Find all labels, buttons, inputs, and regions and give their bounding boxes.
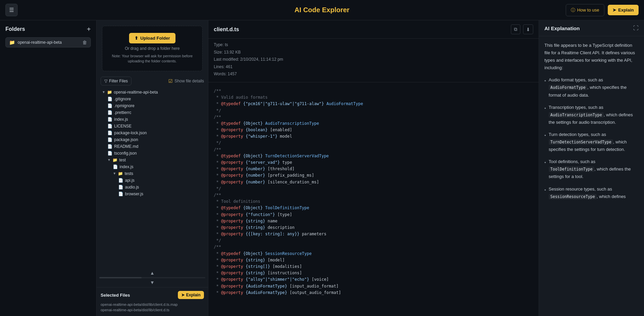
tree-item[interactable]: 📄index.js bbox=[99, 163, 205, 170]
selected-files-title: Selected Files bbox=[101, 293, 130, 298]
tree-item[interactable]: 📄browser.js bbox=[99, 191, 205, 197]
sidebar-header: Folders + bbox=[5, 26, 91, 33]
folder-name: openai-realtime-api-beta bbox=[18, 40, 62, 45]
show-details-toggle[interactable]: ☑ Show file details bbox=[168, 78, 204, 84]
selected-files-panel: Selected Files ➤ Explain openai-realtime… bbox=[97, 287, 208, 316]
copy-code-button[interactable]: ⧉ bbox=[511, 24, 520, 34]
tree-item-name: package.json bbox=[114, 137, 138, 142]
file-tree-icon: 📄 bbox=[113, 164, 118, 169]
tree-item[interactable]: 📄.npmignore bbox=[99, 102, 205, 109]
tree-item[interactable]: 📄LICENSE bbox=[99, 123, 205, 130]
code-line: * @property {{[key: string]: any}} param… bbox=[214, 231, 533, 237]
ai-list-item: •Turn detection types, such as TurnDetec… bbox=[544, 131, 639, 153]
tree-item[interactable]: 📄.gitignore bbox=[99, 96, 205, 102]
upload-area: ⬆ Upload Folder Or drag and drop a folde… bbox=[102, 26, 203, 71]
file-tree-icon: 📄 bbox=[107, 97, 112, 101]
bullet-icon: • bbox=[544, 77, 546, 85]
code-meta: Type: ts Size: 13.92 KB Last modified: 2… bbox=[208, 39, 539, 82]
folder-icon: 📁 bbox=[9, 40, 15, 45]
ai-inline-code: SessionResourceType bbox=[549, 194, 597, 199]
filter-label: Filter Files bbox=[109, 79, 128, 83]
code-content[interactable]: /** * Valid audio formats * @typedef {"p… bbox=[208, 82, 539, 316]
delete-folder-button[interactable]: 🗑 bbox=[82, 40, 87, 45]
code-line: * @typedef {Object} AudioTranscriptionTy… bbox=[214, 120, 533, 127]
folder-tag[interactable]: 📁 openai-realtime-api-beta 🗑 bbox=[5, 37, 91, 47]
code-modified: Last modified: 2/10/2024, 11:14:12 pm bbox=[214, 56, 533, 63]
tree-item-name: tests bbox=[125, 171, 133, 176]
tree-item[interactable]: 📄.prettierrc bbox=[99, 109, 205, 116]
code-lines: Lines: 461 bbox=[214, 63, 533, 71]
tree-item-name: .prettierrc bbox=[114, 110, 131, 115]
tree-item[interactable]: 📄README.md bbox=[99, 143, 205, 150]
tree-item-name: .npmignore bbox=[114, 103, 134, 108]
filter-icon: ▽ bbox=[104, 79, 107, 83]
code-line: * @typedef {Object} ToolDefinitionType bbox=[214, 205, 533, 211]
tree-item[interactable]: 📄index.js bbox=[99, 116, 205, 123]
code-line: * @typedef {Object} SessionResourceType bbox=[214, 251, 533, 257]
tree-item-name: index.js bbox=[120, 164, 133, 169]
code-line: * @property {string} name bbox=[214, 218, 533, 224]
explain-header-button[interactable]: ➤ Explain bbox=[608, 5, 639, 15]
code-line: /** bbox=[214, 114, 533, 120]
tree-item-name: README.md bbox=[114, 144, 138, 149]
download-code-button[interactable]: ⬇ bbox=[523, 24, 533, 34]
filter-files-button[interactable]: ▽ Filter Files bbox=[101, 77, 131, 85]
code-line: */ bbox=[214, 185, 533, 192]
how-to-use-button[interactable]: ⓘ How to use bbox=[566, 4, 604, 16]
code-line: * @property {string} [instructions] bbox=[214, 270, 533, 276]
tree-item[interactable]: 📄audio.js bbox=[99, 184, 205, 191]
folders-title: Folders bbox=[5, 26, 25, 32]
code-line: * @property {number} [threshold] bbox=[214, 166, 533, 172]
ai-panel-header: AI Explanation ⛶ bbox=[539, 20, 644, 36]
tree-item[interactable]: 📄tsconfig.json bbox=[99, 150, 205, 157]
tree-scroll-controls: ▲ ▼ bbox=[97, 268, 208, 287]
tree-item[interactable]: ▼📁tests bbox=[99, 170, 205, 177]
code-filename: client.d.ts bbox=[214, 26, 239, 33]
code-line: /** bbox=[214, 88, 533, 94]
code-line: * @property {AudioFormatType} [input_aud… bbox=[214, 283, 533, 290]
upload-folder-button[interactable]: ⬆ Upload Folder bbox=[129, 33, 175, 43]
file-tree-icon: 📄 bbox=[107, 117, 112, 122]
code-line: * @property {AudioFormatType} [output_au… bbox=[214, 290, 533, 296]
ai-item-text: Tool definitions, such as ToolDefinition… bbox=[549, 158, 639, 180]
code-line: * @property {number} [silence_duration_m… bbox=[214, 179, 533, 185]
code-line: */ bbox=[214, 237, 533, 244]
header-right: ⓘ How to use ➤ Explain bbox=[566, 4, 639, 16]
tree-item[interactable]: ▼📁openai-realtime-api-beta bbox=[99, 89, 205, 96]
add-folder-button[interactable]: + bbox=[87, 26, 91, 33]
ai-inline-code: ToolDefinitionType bbox=[549, 166, 595, 172]
ai-expand-button[interactable]: ⛶ bbox=[633, 25, 639, 31]
ai-list: •Audio format types, such as AudioFormat… bbox=[544, 76, 639, 200]
tree-item[interactable]: 📄api.js bbox=[99, 177, 205, 184]
ai-list-item: •Audio format types, such as AudioFormat… bbox=[544, 76, 639, 99]
scroll-down-button[interactable]: ▼ bbox=[147, 279, 158, 286]
upload-icon: ⬆ bbox=[134, 36, 138, 41]
folder-tree-icon: 📁 bbox=[112, 158, 118, 162]
tree-item[interactable]: 📄package.json bbox=[99, 136, 205, 143]
chevron-icon: ▼ bbox=[113, 172, 116, 175]
tree-item-name: openai-realtime-api-beta bbox=[114, 90, 158, 95]
scroll-up-button[interactable]: ▲ bbox=[147, 270, 158, 276]
tree-item[interactable]: 📄package-lock.json bbox=[99, 130, 205, 136]
code-line: /** bbox=[214, 146, 533, 153]
ai-panel-title: AI Explanation bbox=[544, 25, 580, 31]
code-actions: ⧉ ⬇ bbox=[511, 24, 533, 34]
tree-item[interactable]: ▼📁test bbox=[99, 157, 205, 163]
tree-item-name: api.js bbox=[125, 178, 134, 183]
hamburger-icon: ☰ bbox=[9, 7, 14, 13]
ai-inline-code: TurnDetectionServerVadType bbox=[549, 139, 613, 145]
ai-item-text: Turn detection types, such as TurnDetect… bbox=[549, 131, 639, 153]
code-line: */ bbox=[214, 107, 533, 114]
file-tree-icon: 📄 bbox=[107, 144, 112, 149]
tree-item-name: tsconfig.json bbox=[114, 151, 137, 156]
file-tree-icon: 📄 bbox=[107, 124, 112, 129]
explain-selected-button[interactable]: ➤ Explain bbox=[178, 291, 204, 299]
hamburger-button[interactable]: ☰ bbox=[5, 4, 18, 16]
tree-item-name: test bbox=[119, 158, 126, 162]
code-size: Size: 13.92 KB bbox=[214, 49, 533, 56]
explain-small-label: Explain bbox=[186, 293, 201, 297]
tree-item-name: LICENSE bbox=[114, 124, 131, 129]
selected-file-1: openai-realtime-api-beta/dist/lib/client… bbox=[101, 302, 204, 307]
file-tree-icon: 📄 bbox=[118, 178, 123, 183]
bullet-icon: • bbox=[544, 132, 546, 139]
